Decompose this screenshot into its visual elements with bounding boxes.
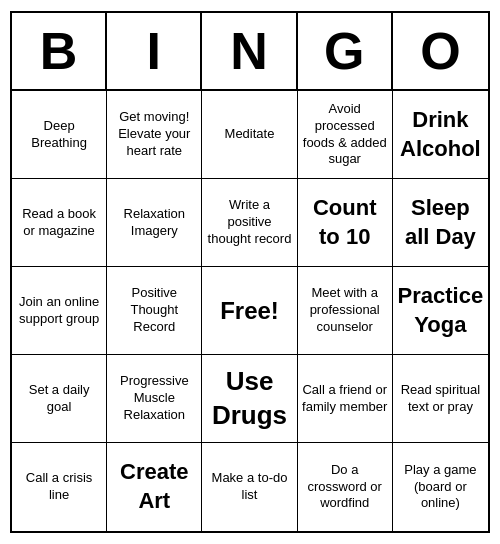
bingo-cell-23[interactable]: Do a crossword or wordfind	[298, 443, 393, 531]
bingo-letter-b: B	[12, 13, 107, 89]
bingo-cell-2[interactable]: Meditate	[202, 91, 297, 179]
bingo-cell-5[interactable]: Read a book or magazine	[12, 179, 107, 267]
bingo-cell-20[interactable]: Call a crisis line	[12, 443, 107, 531]
bingo-cell-21[interactable]: Create Art	[107, 443, 202, 531]
bingo-cell-0[interactable]: Deep Breathing	[12, 91, 107, 179]
bingo-cell-7[interactable]: Write a positive thought record	[202, 179, 297, 267]
bingo-cell-6[interactable]: Relaxation Imagery	[107, 179, 202, 267]
bingo-cell-22[interactable]: Make a to-do list	[202, 443, 297, 531]
bingo-cell-16[interactable]: Progressive Muscle Relaxation	[107, 355, 202, 443]
bingo-cell-13[interactable]: Meet with a professional counselor	[298, 267, 393, 355]
bingo-cell-18[interactable]: Call a friend or family member	[298, 355, 393, 443]
bingo-cell-24[interactable]: Play a game (board or online)	[393, 443, 488, 531]
bingo-cell-10[interactable]: Join an online support group	[12, 267, 107, 355]
bingo-cell-4[interactable]: Drink Alcohol	[393, 91, 488, 179]
bingo-letter-n: N	[202, 13, 297, 89]
bingo-cell-17[interactable]: Use Drugs	[202, 355, 297, 443]
bingo-letter-i: I	[107, 13, 202, 89]
bingo-card: BINGO Deep BreathingGet moving! Elevate …	[10, 11, 490, 533]
bingo-cell-15[interactable]: Set a daily goal	[12, 355, 107, 443]
bingo-letter-g: G	[298, 13, 393, 89]
bingo-cell-11[interactable]: Positive Thought Record	[107, 267, 202, 355]
bingo-cell-14[interactable]: Practice Yoga	[393, 267, 488, 355]
bingo-letter-o: O	[393, 13, 488, 89]
bingo-cell-3[interactable]: Avoid processed foods & added sugar	[298, 91, 393, 179]
bingo-cell-9[interactable]: Sleep all Day	[393, 179, 488, 267]
bingo-cell-8[interactable]: Count to 10	[298, 179, 393, 267]
bingo-cell-19[interactable]: Read spiritual text or pray	[393, 355, 488, 443]
bingo-cell-12[interactable]: Free!	[202, 267, 297, 355]
bingo-header: BINGO	[12, 13, 488, 91]
bingo-grid: Deep BreathingGet moving! Elevate your h…	[12, 91, 488, 531]
bingo-cell-1[interactable]: Get moving! Elevate your heart rate	[107, 91, 202, 179]
